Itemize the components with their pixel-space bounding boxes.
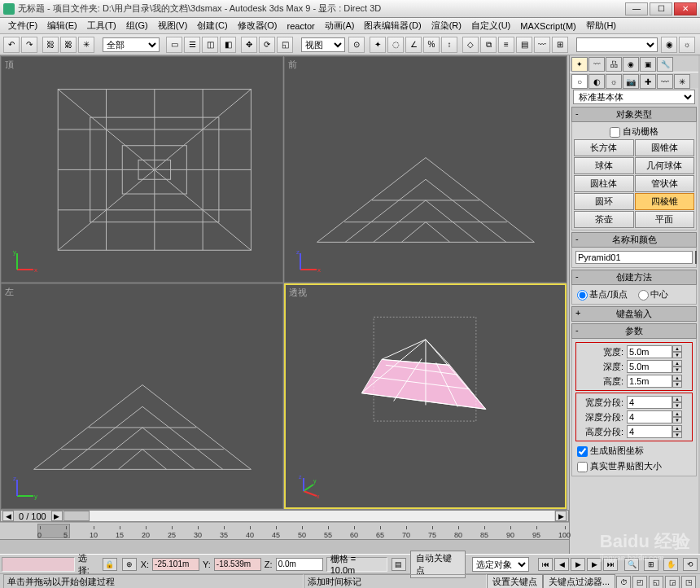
keyfilter-button[interactable]: 关键点过滤器...: [543, 574, 615, 588]
select-region-button[interactable]: ◫: [202, 37, 218, 53]
curve-editor-button[interactable]: 〰: [534, 37, 550, 53]
scroll-right-button[interactable]: ▶: [51, 511, 63, 521]
pyramid-button[interactable]: 四棱锥: [635, 193, 695, 210]
object-color-swatch[interactable]: [695, 251, 697, 264]
teapot-button[interactable]: 茶壶: [574, 211, 634, 228]
spinner-snap-button[interactable]: ↕: [441, 37, 457, 53]
next-frame-button[interactable]: ▶: [587, 558, 602, 571]
percent-snap-button[interactable]: %: [423, 37, 440, 53]
nav-max-button[interactable]: ◲: [665, 576, 680, 589]
setkey-button[interactable]: 设置关键点: [487, 574, 543, 588]
depth-spin-up[interactable]: ▲: [672, 360, 682, 366]
snap-toggle-button[interactable]: ◌: [387, 37, 404, 53]
wseg-input[interactable]: [627, 396, 672, 409]
viewport-perspective[interactable]: 透视 x y: [284, 283, 567, 510]
width-spin-up[interactable]: ▲: [672, 345, 682, 352]
key-target-dropdown[interactable]: 选定对象: [472, 557, 529, 572]
dseg-spin-up[interactable]: ▲: [672, 410, 682, 417]
menu-group[interactable]: 组(G): [121, 19, 153, 33]
auto-grid-checkbox[interactable]: [610, 127, 620, 138]
coord-x-input[interactable]: [152, 558, 199, 571]
goto-end-button[interactable]: ⏭: [603, 558, 618, 571]
center-radio[interactable]: [638, 290, 649, 301]
goto-start-button[interactable]: ⏮: [538, 558, 553, 571]
helpers-tab[interactable]: ✚: [640, 74, 656, 89]
depth-spin-down[interactable]: ▼: [672, 366, 682, 373]
reference-coord-dropdown[interactable]: 视图: [301, 37, 345, 52]
dseg-spin-down[interactable]: ▼: [672, 417, 682, 423]
height-spin-up[interactable]: ▲: [672, 375, 682, 381]
viewport-front[interactable]: 前 x z: [284, 56, 567, 283]
undo-button[interactable]: ↶: [3, 37, 20, 53]
menu-tools[interactable]: 工具(T): [82, 19, 121, 33]
schematic-button[interactable]: ⊞: [552, 37, 568, 53]
angle-snap-button[interactable]: ∠: [405, 37, 422, 53]
plane-button[interactable]: 平面: [635, 211, 695, 228]
abs-rel-button[interactable]: ⊕: [122, 558, 137, 571]
create-panel-tab[interactable]: ✦: [571, 57, 588, 72]
viewport-left[interactable]: 左 y z: [1, 283, 283, 510]
select-by-name-button[interactable]: ☰: [184, 37, 200, 53]
timeline[interactable]: 0510152025303540455055606570758085909510…: [0, 522, 569, 540]
menu-file[interactable]: 文件(F): [3, 19, 42, 33]
use-center-button[interactable]: ⊙: [348, 37, 365, 53]
geometry-tab[interactable]: ○: [571, 74, 588, 89]
hseg-spin-down[interactable]: ▼: [672, 432, 682, 438]
move-button[interactable]: ✥: [241, 37, 257, 53]
scroll-left-button[interactable]: ◀: [2, 511, 14, 521]
link-button[interactable]: ⛓: [42, 37, 59, 53]
prev-frame-button[interactable]: ◀: [554, 558, 569, 571]
menu-reactor[interactable]: reactor: [282, 20, 320, 32]
hierarchy-panel-tab[interactable]: 品: [606, 57, 622, 72]
cone-button[interactable]: 圆锥体: [635, 139, 695, 156]
tube-button[interactable]: 管状体: [635, 175, 695, 192]
nav-zoom-all-button[interactable]: ⊞: [644, 558, 658, 571]
nav-arc-button[interactable]: ⟲: [683, 558, 698, 571]
motion-panel-tab[interactable]: ◉: [623, 57, 639, 72]
width-spin-down[interactable]: ▼: [672, 352, 682, 358]
track-view-button[interactable]: ▤: [392, 558, 406, 571]
wseg-spin-up[interactable]: ▲: [672, 396, 682, 402]
spacewarps-tab[interactable]: 〰: [657, 74, 673, 89]
torus-button[interactable]: 圆环: [574, 193, 634, 210]
cameras-tab[interactable]: 📷: [623, 74, 639, 89]
display-panel-tab[interactable]: ▣: [640, 57, 656, 72]
render-scene-button[interactable]: ☼: [679, 37, 695, 53]
time-config-button[interactable]: ⏱: [616, 576, 631, 589]
dseg-input[interactable]: [627, 410, 672, 423]
select-button[interactable]: ▭: [166, 37, 182, 53]
menu-help[interactable]: 帮助(H): [581, 19, 621, 33]
menu-graph[interactable]: 图表编辑器(D): [359, 19, 426, 33]
primitive-category-dropdown[interactable]: 标准基本体: [573, 90, 695, 104]
cylinder-button[interactable]: 圆柱体: [574, 175, 634, 192]
real-world-checkbox[interactable]: [577, 462, 588, 472]
select-manipulate-button[interactable]: ✦: [370, 37, 386, 53]
nav-zoom-extents-button[interactable]: ◰: [632, 576, 647, 589]
height-input[interactable]: [627, 375, 672, 388]
lights-tab[interactable]: ☼: [606, 74, 622, 89]
menu-render[interactable]: 渲染(R): [427, 19, 466, 33]
coord-y-input[interactable]: [214, 558, 261, 571]
layers-button[interactable]: ▤: [516, 37, 532, 53]
window-crossing-button[interactable]: ◧: [220, 37, 236, 53]
box-button[interactable]: 长方体: [574, 139, 634, 156]
mirror-button[interactable]: ⧉: [480, 37, 497, 53]
sphere-button[interactable]: 球体: [574, 157, 634, 174]
shapes-tab[interactable]: ◐: [588, 74, 605, 89]
menu-view[interactable]: 视图(V): [153, 19, 193, 33]
viewport-top[interactable]: 顶 x y: [1, 56, 283, 283]
scale-button[interactable]: ◱: [277, 37, 293, 53]
minimize-button[interactable]: —: [625, 2, 648, 15]
menu-create[interactable]: 创建(C): [192, 19, 232, 33]
align-button[interactable]: ≡: [498, 37, 514, 53]
object-name-input[interactable]: [575, 251, 693, 264]
named-selection-dropdown[interactable]: [576, 37, 658, 52]
menu-customize[interactable]: 自定义(U): [466, 19, 515, 33]
depth-input[interactable]: [627, 360, 672, 373]
wseg-spin-down[interactable]: ▼: [672, 402, 682, 409]
selection-filter-dropdown[interactable]: 全部: [103, 37, 160, 52]
play-button[interactable]: ▶: [571, 558, 585, 571]
named-sel-set-button[interactable]: ◇: [462, 37, 479, 53]
menu-modifiers[interactable]: 修改器(O): [233, 19, 282, 33]
frame-scrollbar[interactable]: ◀ 0 / 100 ▶ ▶: [0, 510, 569, 522]
